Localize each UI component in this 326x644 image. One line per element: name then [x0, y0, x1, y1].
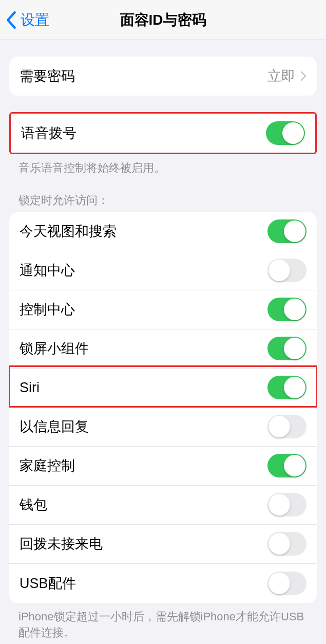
chevron-left-icon [6, 11, 16, 29]
require-passcode-label: 需要密码 [20, 67, 75, 85]
lock-access-toggle[interactable] [267, 572, 306, 595]
require-passcode-group: 需要密码 立即 [9, 57, 317, 96]
navigation-bar: 设置 面容ID与密码 [0, 0, 326, 40]
lock-access-label: 锁屏小组件 [20, 339, 89, 358]
lock-access-toggle[interactable] [267, 219, 306, 243]
require-passcode-row[interactable]: 需要密码 立即 [9, 57, 317, 96]
voice-dial-toggle[interactable] [266, 121, 305, 145]
lock-access-row: 家庭控制 [9, 447, 317, 486]
lock-access-row: USB配件 [9, 564, 317, 603]
lock-access-label: 以信息回复 [20, 417, 89, 436]
lock-access-label: 钱包 [20, 495, 47, 514]
lock-access-label: Siri [20, 380, 40, 396]
lock-access-label: 家庭控制 [20, 456, 75, 475]
lock-access-label: 回拨未接来电 [20, 535, 103, 553]
lock-access-label: USB配件 [20, 574, 76, 593]
chevron-right-icon [300, 71, 306, 81]
lock-access-label: 今天视图和搜索 [20, 222, 117, 241]
lock-access-row: Siri [9, 369, 317, 408]
voice-dial-footer: 音乐语音控制将始终被启用。 [18, 160, 308, 176]
lock-access-row: 钱包 [9, 486, 317, 525]
lock-access-toggle[interactable] [267, 415, 306, 438]
back-button[interactable]: 设置 [6, 10, 49, 30]
lock-access-footer: iPhone锁定超过一小时后，需先解锁iPhone才能允许USB配件连接。 [18, 609, 308, 641]
lock-access-row: 控制中心 [9, 290, 317, 329]
lock-access-label: 控制中心 [20, 300, 75, 319]
lock-access-toggle[interactable] [267, 493, 306, 517]
page-title: 面容ID与密码 [120, 10, 206, 30]
back-label: 设置 [21, 10, 49, 30]
lock-access-toggle[interactable] [267, 337, 306, 360]
lock-access-header: 锁定时允许访问： [18, 193, 308, 208]
lock-access-row: 今天视图和搜索 [9, 212, 317, 251]
lock-access-row: 锁屏小组件 [9, 329, 317, 369]
voice-dial-group: 语音拨号 [9, 112, 317, 154]
voice-dial-row: 语音拨号 [11, 114, 315, 153]
lock-access-toggle[interactable] [267, 298, 306, 321]
voice-dial-label: 语音拨号 [21, 124, 76, 142]
lock-access-row: 以信息回复 [9, 408, 317, 447]
lock-access-toggle[interactable] [267, 259, 306, 282]
lock-access-row: 回拨未接来电 [9, 525, 317, 564]
lock-access-toggle[interactable] [267, 376, 306, 399]
lock-access-row: 通知中心 [9, 251, 317, 290]
lock-access-toggle[interactable] [267, 532, 306, 556]
require-passcode-value: 立即 [267, 67, 295, 85]
lock-access-label: 通知中心 [20, 261, 75, 280]
lock-access-group: 今天视图和搜索通知中心控制中心锁屏小组件Siri以信息回复家庭控制钱包回拨未接来… [9, 212, 317, 603]
lock-access-toggle[interactable] [267, 454, 306, 477]
